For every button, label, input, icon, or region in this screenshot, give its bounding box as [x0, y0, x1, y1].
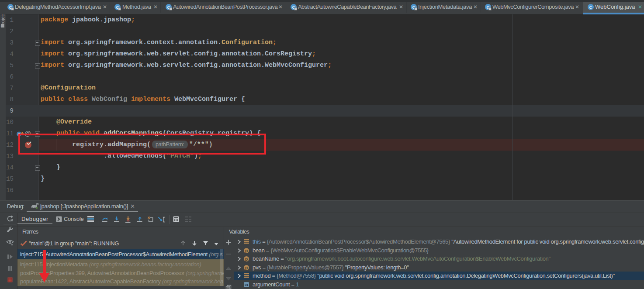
svg-text:p: p: [245, 248, 248, 253]
svg-text:p: p: [245, 265, 248, 270]
svg-text:p: p: [245, 257, 248, 261]
svg-text:01: 01: [245, 283, 249, 287]
